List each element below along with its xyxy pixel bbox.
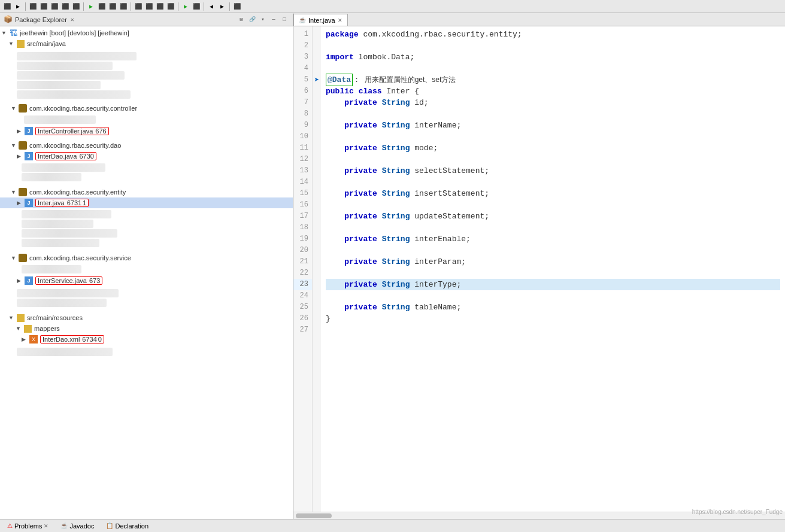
gutter-3 <box>313 51 321 63</box>
javadoc-tab[interactable]: ☕ Javadoc <box>57 521 98 531</box>
plain-6a <box>354 86 359 97</box>
plain-6b: Inter { <box>382 86 419 97</box>
line-num-18: 18 <box>293 222 312 233</box>
toolbar-icon-4[interactable]: ⬛ <box>39 2 49 11</box>
line-num-25: 25 <box>293 302 312 313</box>
code-line-4 <box>326 63 780 74</box>
java-file-icon-controller: J <box>24 126 34 136</box>
gutter-23 <box>313 279 321 290</box>
code-line-13: private String selectStatement; <box>326 165 780 177</box>
plain-17b: updateStatement; <box>410 211 489 222</box>
tree-root-project[interactable]: ▼ 🏗 jeethewin [boot] [devtools] [jeethew… <box>0 28 293 38</box>
toolbar-icon-12[interactable]: ⬛ <box>134 2 143 11</box>
tree-file-intercontroller[interactable]: ▶ J InterController.java 676 <box>0 126 293 136</box>
gutter-2 <box>313 40 321 51</box>
tree-package-controller[interactable]: ▼ com.xkcoding.rbac.security.controller <box>0 103 293 114</box>
toolbar-icon-5[interactable]: ⬛ <box>50 2 59 11</box>
gutter-27 <box>313 324 321 336</box>
toolbar-icon-13[interactable]: ⬛ <box>144 2 154 11</box>
tree-file-interdao[interactable]: ▶ J InterDao.java 6730 <box>0 151 293 162</box>
maximize-button[interactable]: □ <box>280 15 289 25</box>
annotation-data: @Data <box>326 74 353 86</box>
mappers-label: mappers <box>34 325 60 332</box>
code-line-10 <box>326 131 780 142</box>
inter-file-label: Inter.java 6731 1 <box>35 199 89 207</box>
interdao-xml-number2: 0 <box>98 336 102 343</box>
toolbar-icon-extra[interactable]: ⬛ <box>232 2 242 11</box>
file-tree[interactable]: ▼ 🏗 jeethewin [boot] [devtools] [jeethew… <box>0 26 293 519</box>
service-arrow: ▼ <box>11 255 18 261</box>
line5-indicator: ➤ <box>314 75 319 85</box>
code-line-24 <box>326 290 780 302</box>
kw-private-7: private <box>344 97 377 108</box>
tree-package-entity[interactable]: ▼ com.xkcoding.rbac.security.entity <box>0 187 293 197</box>
gutter-4 <box>313 63 321 74</box>
toolbar-icon-7[interactable]: ⬛ <box>71 2 81 11</box>
toolbar-icon-11[interactable]: ⬛ <box>119 2 128 11</box>
toolbar-icon-15[interactable]: ⬛ <box>166 2 175 11</box>
indent-21 <box>326 256 344 267</box>
line-num-20: 20 <box>293 245 312 256</box>
toolbar-icon-2[interactable]: ▶ <box>13 2 23 11</box>
collapse-all-button[interactable]: ⊟ <box>237 15 246 25</box>
tree-file-inter[interactable]: ▶ J Inter.java 6731 1 <box>0 197 293 208</box>
interservice-arrow: ▶ <box>17 278 24 284</box>
editor-tab-inter-java[interactable]: ☕ Inter.java ✕ <box>293 14 348 26</box>
blurred-dao-1 <box>22 163 105 172</box>
gutter-16 <box>313 199 321 211</box>
gutter-11 <box>313 142 321 154</box>
tree-file-interservice[interactable]: ▶ J InterService.java 673 <box>0 275 293 286</box>
tree-package-dao[interactable]: ▼ com.xkcoding.rbac.security.dao <box>0 140 293 151</box>
toolbar-icon-9[interactable]: ⬛ <box>97 2 107 11</box>
line-num-13: 13 <box>293 165 312 177</box>
toolbar-icon-debug[interactable]: ⬛ <box>192 2 201 11</box>
package-explorer-header: 📦 Package Explorer ✕ ⊟ 🔗 ▾ ─ □ <box>0 13 293 26</box>
minimize-button[interactable]: ─ <box>269 15 278 25</box>
declaration-icon: 📋 <box>106 522 113 529</box>
javadoc-icon: ☕ <box>60 522 68 529</box>
toolbar-icon-1[interactable]: ⬛ <box>2 2 12 11</box>
link-editor-button[interactable]: 🔗 <box>247 15 257 25</box>
tree-file-interdao-xml[interactable]: ▶ X InterDao.xml 6734 0 <box>0 334 293 345</box>
type-string-17: String <box>382 211 410 222</box>
blurred-row-4 <box>17 81 101 89</box>
package-explorer-close[interactable]: ✕ <box>71 16 74 23</box>
toolbar-icon-6[interactable]: ⬛ <box>60 2 70 11</box>
code-line-14 <box>326 177 780 188</box>
gutter-12 <box>313 154 321 165</box>
tree-mappers-folder[interactable]: ▼ mappers <box>0 323 293 334</box>
tree-src-main-resources[interactable]: ▼ src/main/resources <box>0 312 293 323</box>
code-line-8 <box>326 108 780 120</box>
problems-tab[interactable]: ⚠ Problems ✕ <box>4 521 52 531</box>
toolbar-icon-3[interactable]: ⬛ <box>28 2 38 11</box>
annotation-comment: 用来配置属性的get、set方法 <box>360 74 456 86</box>
code-content[interactable]: package com.xkcoding.rbac.security.entit… <box>321 26 785 512</box>
h-scrollbar-thumb[interactable] <box>296 513 332 518</box>
tree-src-main-java[interactable]: ▼ src/main/java <box>0 38 293 49</box>
interservice-number: 673 <box>89 277 100 284</box>
indent-11 <box>326 142 344 154</box>
javadoc-label: Javadoc <box>69 522 94 530</box>
toolbar-icon-8[interactable]: ▶ <box>86 2 96 11</box>
kw-private-17: private <box>344 211 377 222</box>
toolbar-icon-10[interactable]: ⬛ <box>108 2 117 11</box>
package-explorer-icon: 📦 <box>4 15 13 24</box>
blurred-row-2 <box>17 62 113 70</box>
plain-9b: interName; <box>410 120 461 131</box>
problems-close[interactable]: ✕ <box>44 523 49 529</box>
line-num-6: 6 <box>293 86 312 97</box>
gutter-22 <box>313 267 321 279</box>
view-menu-button[interactable]: ▾ <box>258 15 268 25</box>
interservice-name: InterService.java <box>38 277 87 284</box>
tree-package-service[interactable]: ▼ com.xkcoding.rbac.security.service <box>0 253 293 263</box>
toolbar-icon-run[interactable]: ▶ <box>181 2 190 11</box>
tab-close-button[interactable]: ✕ <box>338 17 343 23</box>
blurred-entity-4 <box>22 239 99 247</box>
plain-15a <box>377 188 382 199</box>
toolbar-icon-nav-fwd[interactable]: ▶ <box>217 2 227 11</box>
blurred-entity-3 <box>22 229 117 238</box>
toolbar-icon-nav-back[interactable]: ◀ <box>207 2 216 11</box>
mappers-arrow: ▼ <box>16 326 23 332</box>
toolbar-icon-14[interactable]: ⬛ <box>155 2 165 11</box>
declaration-tab[interactable]: 📋 Declaration <box>102 521 152 531</box>
